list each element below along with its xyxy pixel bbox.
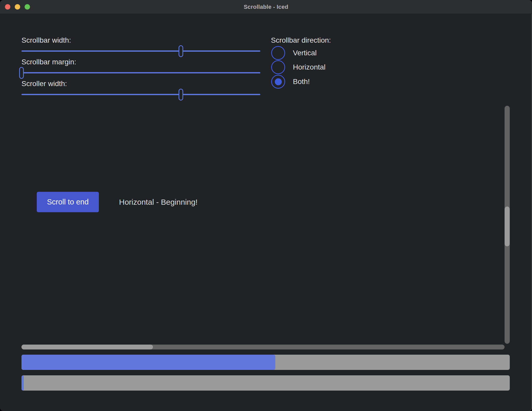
progress-fill xyxy=(21,355,275,370)
radio-horizontal[interactable]: Horizontal xyxy=(271,60,326,74)
horizontal-scrollbar-track[interactable] xyxy=(21,345,505,349)
horizontal-scrollbar-thumb[interactable] xyxy=(21,345,153,349)
vertical-scrollbar-thumb[interactable] xyxy=(505,207,510,247)
minimize-button[interactable] xyxy=(15,4,20,10)
scrollbar-direction-label: Scrollbar direction: xyxy=(271,36,331,44)
radio-both-label: Both! xyxy=(293,78,310,86)
radio-dot-icon xyxy=(275,78,282,85)
app-window: Scrollable - Iced Scrollbar width: Scrol… xyxy=(0,0,532,411)
vertical-progress-bar xyxy=(21,355,510,370)
scroller-width-slider[interactable] xyxy=(21,89,260,101)
scrollbar-width-slider[interactable] xyxy=(21,45,260,57)
progress-fill xyxy=(21,375,24,391)
slider-handle[interactable] xyxy=(19,67,24,79)
slider-handle[interactable] xyxy=(179,45,183,57)
scrollbar-margin-slider[interactable] xyxy=(21,67,260,79)
scrollbar-width-label: Scrollbar width: xyxy=(21,36,71,44)
traffic-lights xyxy=(5,0,30,14)
vertical-scrollbar-track[interactable] xyxy=(505,106,510,344)
slider-handle[interactable] xyxy=(179,89,183,101)
radio-circle-icon xyxy=(271,60,285,74)
window-title: Scrollable - Iced xyxy=(244,4,288,10)
titlebar: Scrollable - Iced xyxy=(0,0,532,14)
slider-track[interactable] xyxy=(21,72,260,73)
scroll-to-end-button[interactable]: Scroll to end xyxy=(37,192,99,212)
radio-both[interactable]: Both! xyxy=(271,75,310,89)
radio-horizontal-label: Horizontal xyxy=(293,63,326,71)
radio-circle-icon xyxy=(271,75,285,89)
slider-track[interactable] xyxy=(21,50,260,52)
slider-track[interactable] xyxy=(21,94,260,95)
scroller-width-label: Scroller width: xyxy=(21,80,67,88)
radio-circle-icon xyxy=(271,46,285,60)
radio-vertical-label: Vertical xyxy=(293,49,317,57)
scroll-status-text: Horizontal - Beginning! xyxy=(119,192,198,212)
zoom-button[interactable] xyxy=(25,4,30,10)
horizontal-progress-bar xyxy=(21,375,510,391)
radio-vertical[interactable]: Vertical xyxy=(271,46,317,60)
close-button[interactable] xyxy=(5,4,10,10)
scrollbar-margin-label: Scrollbar margin: xyxy=(21,58,76,66)
